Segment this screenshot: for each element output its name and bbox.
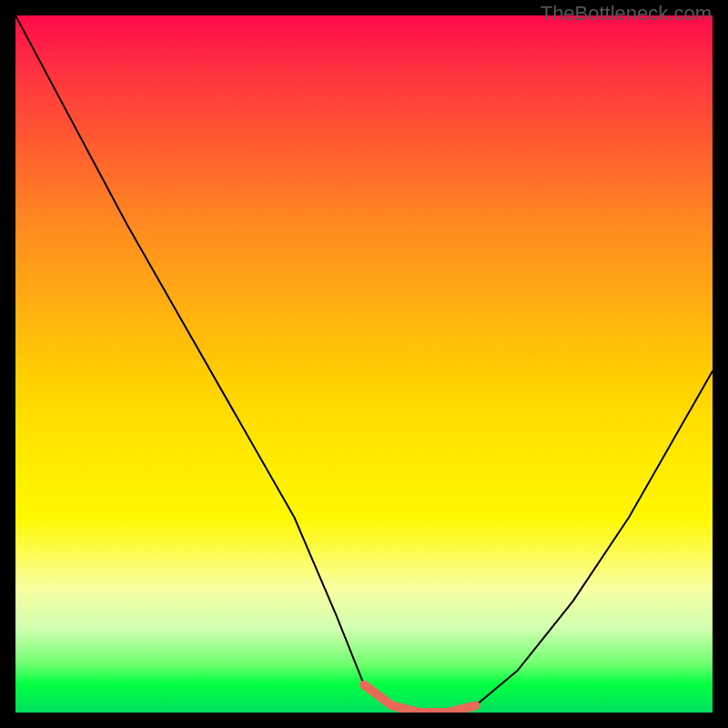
bottleneck-curve-path [15,15,713,713]
sweet-spot-highlight-path [364,684,476,713]
watermark-text: TheBottleneck.com [541,2,712,25]
chart-svg [15,15,713,713]
